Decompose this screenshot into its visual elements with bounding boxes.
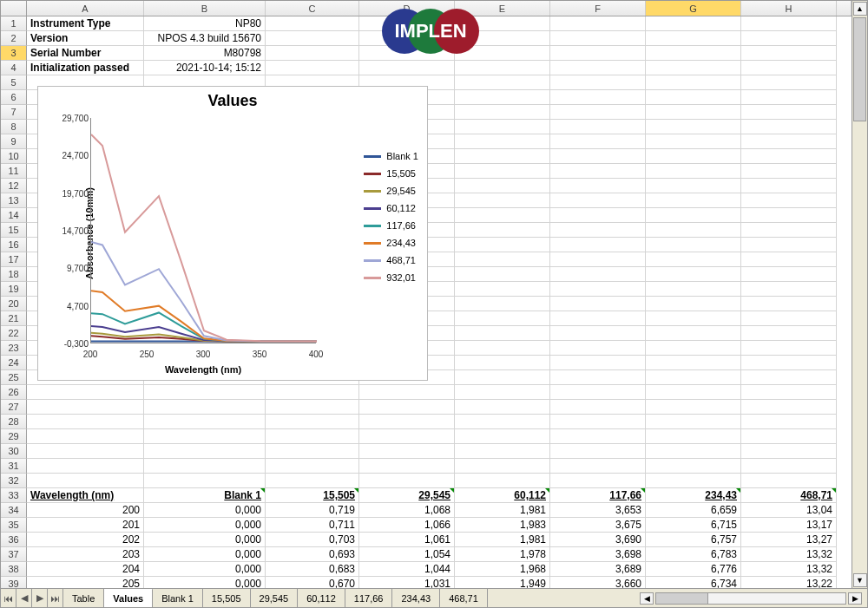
row-header-10[interactable]: 10 — [1, 149, 27, 164]
cell-E38[interactable]: 1,968 — [455, 562, 550, 577]
cell-A27[interactable] — [27, 400, 144, 415]
cell-D36[interactable]: 1,061 — [359, 533, 455, 547]
column-header-G[interactable]: G — [646, 1, 741, 16]
cell-E11[interactable] — [455, 164, 550, 179]
cell-H4[interactable] — [741, 61, 837, 75]
cell-D38[interactable]: 1,044 — [359, 562, 455, 577]
row-header-31[interactable]: 31 — [1, 459, 27, 474]
row-header-37[interactable]: 37 — [1, 547, 27, 562]
row-header-20[interactable]: 20 — [1, 297, 27, 311]
cell-F12[interactable] — [550, 179, 646, 193]
cell-F5[interactable] — [550, 75, 646, 90]
cell-B35[interactable]: 0,000 — [144, 518, 266, 533]
hscroll-thumb[interactable] — [656, 593, 708, 604]
column-header-F[interactable]: F — [550, 1, 646, 16]
cell-D29[interactable] — [359, 429, 455, 444]
cell-G17[interactable] — [646, 252, 741, 267]
row-header-25[interactable]: 25 — [1, 370, 27, 385]
cell-D26[interactable] — [359, 385, 455, 400]
cell-H8[interactable] — [741, 120, 837, 134]
cell-G32[interactable] — [646, 474, 741, 488]
cell-C32[interactable] — [266, 474, 359, 488]
cell-A36[interactable]: 202 — [27, 533, 144, 547]
cell-E28[interactable] — [455, 415, 550, 429]
cell-B26[interactable] — [144, 385, 266, 400]
cell-B31[interactable] — [144, 459, 266, 474]
cell-F21[interactable] — [550, 311, 646, 326]
cell-G26[interactable] — [646, 385, 741, 400]
cell-A30[interactable] — [27, 444, 144, 459]
row-header-2[interactable]: 2 — [1, 31, 27, 46]
cell-B1[interactable]: NP80 — [144, 16, 266, 31]
column-header-A[interactable]: A — [27, 1, 144, 16]
cell-H17[interactable] — [741, 252, 837, 267]
cell-H37[interactable]: 13,32 — [741, 547, 837, 562]
cell-E23[interactable] — [455, 341, 550, 356]
cell-E10[interactable] — [455, 149, 550, 164]
cell-E36[interactable]: 1,981 — [455, 533, 550, 547]
cell-G36[interactable]: 6,757 — [646, 533, 741, 547]
cell-A34[interactable]: 200 — [27, 503, 144, 518]
cell-E15[interactable] — [455, 223, 550, 238]
cell-C35[interactable]: 0,711 — [266, 518, 359, 533]
cell-G24[interactable] — [646, 356, 741, 370]
cell-F32[interactable] — [550, 474, 646, 488]
cell-E33[interactable]: 60,112 — [455, 488, 550, 503]
cell-E6[interactable] — [455, 90, 550, 105]
cell-C30[interactable] — [266, 444, 359, 459]
cell-G33[interactable]: 234,43 — [646, 488, 741, 503]
cell-A39[interactable]: 205 — [27, 577, 144, 588]
cell-D34[interactable]: 1,068 — [359, 503, 455, 518]
cell-F33[interactable]: 117,66 — [550, 488, 646, 503]
cell-E12[interactable] — [455, 179, 550, 193]
cell-H24[interactable] — [741, 356, 837, 370]
cell-H1[interactable] — [741, 16, 837, 31]
cell-D35[interactable]: 1,066 — [359, 518, 455, 533]
cell-A28[interactable] — [27, 415, 144, 429]
row-header-17[interactable]: 17 — [1, 252, 27, 267]
cell-F38[interactable]: 3,689 — [550, 562, 646, 577]
row-header-18[interactable]: 18 — [1, 267, 27, 282]
cell-E29[interactable] — [455, 429, 550, 444]
cell-E9[interactable] — [455, 134, 550, 149]
cell-C34[interactable]: 0,719 — [266, 503, 359, 518]
cell-C36[interactable]: 0,703 — [266, 533, 359, 547]
cell-C26[interactable] — [266, 385, 359, 400]
sheet-tab-Blank-1[interactable]: Blank 1 — [153, 589, 203, 607]
sheet-tab-Table[interactable]: Table — [63, 589, 104, 607]
cell-A29[interactable] — [27, 429, 144, 444]
row-header-22[interactable]: 22 — [1, 326, 27, 341]
cell-C1[interactable] — [266, 16, 359, 31]
cell-G20[interactable] — [646, 297, 741, 311]
cell-G35[interactable]: 6,715 — [646, 518, 741, 533]
select-all-corner[interactable] — [1, 1, 27, 16]
cell-G19[interactable] — [646, 282, 741, 297]
tab-last-button[interactable]: ⏭ — [48, 589, 63, 607]
cell-F31[interactable] — [550, 459, 646, 474]
cell-H7[interactable] — [741, 105, 837, 120]
cell-A4[interactable]: Initialization passed — [27, 61, 144, 75]
column-header-H[interactable]: H — [741, 1, 837, 16]
cell-D31[interactable] — [359, 459, 455, 474]
cell-H10[interactable] — [741, 149, 837, 164]
cell-E17[interactable] — [455, 252, 550, 267]
cell-G10[interactable] — [646, 149, 741, 164]
cell-B37[interactable]: 0,000 — [144, 547, 266, 562]
row-header-12[interactable]: 12 — [1, 179, 27, 193]
row-header-36[interactable]: 36 — [1, 533, 27, 547]
cell-H22[interactable] — [741, 326, 837, 341]
cell-A1[interactable]: Instrument Type — [27, 16, 144, 31]
cell-G4[interactable] — [646, 61, 741, 75]
cell-B38[interactable]: 0,000 — [144, 562, 266, 577]
cell-F19[interactable] — [550, 282, 646, 297]
cell-H30[interactable] — [741, 444, 837, 459]
cell-C37[interactable]: 0,693 — [266, 547, 359, 562]
cell-H31[interactable] — [741, 459, 837, 474]
cell-H3[interactable] — [741, 46, 837, 61]
cell-E14[interactable] — [455, 208, 550, 223]
cell-G23[interactable] — [646, 341, 741, 356]
row-header-30[interactable]: 30 — [1, 444, 27, 459]
cell-G2[interactable] — [646, 31, 741, 46]
cell-D4[interactable] — [359, 61, 455, 75]
cell-G38[interactable]: 6,776 — [646, 562, 741, 577]
